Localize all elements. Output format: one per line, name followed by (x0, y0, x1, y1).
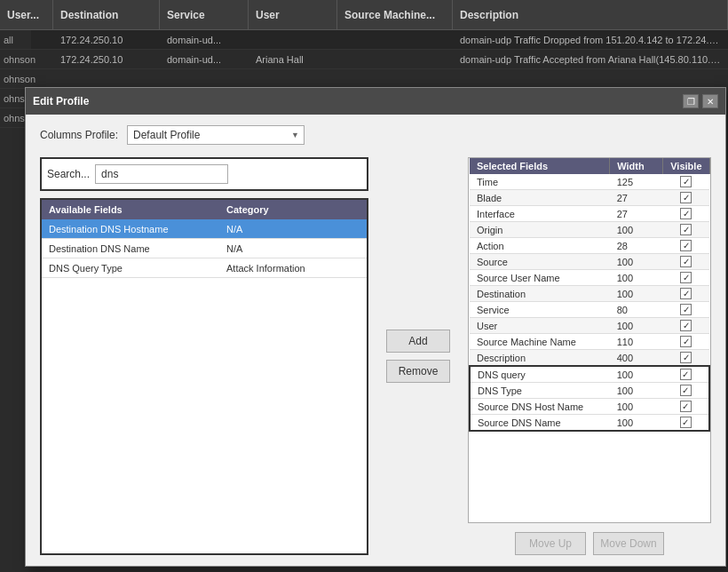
sidebar-label: ohnson (0, 50, 31, 69)
profile-label: Columns Profile: (40, 129, 118, 141)
sf-field-width: 400 (610, 350, 663, 367)
sf-table-row[interactable]: Destination100 (470, 286, 709, 302)
sf-table-row[interactable]: User100 (470, 318, 709, 334)
sf-field-name: Destination (470, 286, 610, 302)
sf-table-row[interactable]: Action28 (470, 238, 709, 254)
sf-field-name: User (470, 318, 610, 334)
sf-field-visible (663, 238, 709, 254)
sf-field-width: 100 (610, 318, 663, 334)
sf-field-visible (663, 222, 709, 238)
sf-field-visible (663, 174, 709, 190)
middle-buttons: Add Remove (383, 157, 454, 555)
visibility-checkbox[interactable] (680, 336, 692, 347)
sf-field-name: Source DNS Host Name (470, 399, 610, 415)
sf-field-visible (663, 190, 709, 206)
sf-field-width: 100 (610, 383, 663, 399)
sf-table-row[interactable]: Source DNS Host Name100 (470, 399, 709, 415)
profile-row: Columns Profile: Default Profile (40, 125, 711, 145)
sf-field-width: 100 (610, 270, 663, 286)
sf-table-row[interactable]: DNS Type100 (470, 383, 709, 399)
sf-table-row[interactable]: Description400 (470, 350, 709, 367)
background-table: User... Destination Service User Source … (0, 0, 728, 69)
sf-field-width: 100 (610, 222, 663, 238)
sf-field-name: DNS Type (470, 383, 610, 399)
sf-table-row[interactable]: Origin100 (470, 222, 709, 238)
sf-field-width: 100 (610, 286, 663, 302)
col-header-destination: Destination (53, 0, 160, 29)
sf-table-row[interactable]: Source100 (470, 254, 709, 270)
sf-field-name: Source DNS Name (470, 415, 610, 432)
sf-field-name: Service (470, 302, 610, 318)
sf-field-name: Source (470, 254, 610, 270)
left-panel: Search... Available Fields Category Dest… (40, 157, 368, 555)
search-box-wrapper: Search... (40, 157, 368, 191)
sf-field-visible (663, 206, 709, 222)
visibility-checkbox[interactable] (680, 208, 692, 219)
sf-table-row[interactable]: Interface27 (470, 206, 709, 222)
visibility-checkbox[interactable] (680, 385, 692, 396)
edit-profile-dialog: Edit Profile ❐ ✕ Columns Profile: Defaul… (25, 87, 726, 567)
sf-col-width-header: Width (610, 158, 663, 174)
af-row[interactable]: DNS Query Type Attack Information (42, 258, 367, 278)
af-row[interactable]: Destination DNS Name N/A (42, 239, 367, 258)
visibility-checkbox[interactable] (680, 369, 692, 380)
af-row[interactable]: Destination DNS Hostname N/A (42, 219, 367, 239)
profile-select[interactable]: Default Profile (127, 125, 305, 145)
sf-field-width: 28 (610, 238, 663, 254)
sf-field-width: 110 (610, 334, 663, 350)
close-button[interactable]: ✕ (702, 94, 718, 108)
af-field-name: Destination DNS Name (42, 243, 219, 254)
col-header-source: Source Machine... (337, 0, 453, 29)
sf-field-visible (663, 415, 709, 432)
sf-table-row[interactable]: Blade27 (470, 190, 709, 206)
sidebar-label: ohnson (0, 69, 31, 89)
visibility-checkbox[interactable] (680, 401, 692, 412)
sf-field-name: Source User Name (470, 270, 610, 286)
remove-button[interactable]: Remove (386, 360, 450, 383)
af-field-category: Attack Information (219, 263, 367, 274)
visibility-checkbox[interactable] (680, 320, 692, 331)
visibility-checkbox[interactable] (680, 240, 692, 251)
search-input[interactable] (95, 164, 228, 184)
table-row: 172.24.250.10 domain-ud... domain-udp Tr… (0, 30, 728, 50)
dialog-title: Edit Profile (33, 95, 89, 107)
visibility-checkbox[interactable] (680, 224, 692, 235)
profile-select-wrapper[interactable]: Default Profile (127, 125, 305, 145)
sf-field-visible (663, 286, 709, 302)
available-fields-table: Available Fields Category Destination DN… (40, 198, 368, 555)
sf-table-row[interactable]: Time125 (470, 174, 709, 190)
cell-service: domain-ud... (160, 54, 249, 65)
bottom-buttons: Move Up Move Down (468, 532, 711, 555)
sf-table-row[interactable]: Service80 (470, 302, 709, 318)
sf-field-width: 100 (610, 254, 663, 270)
add-button[interactable]: Add (386, 330, 450, 353)
sf-field-visible (663, 366, 709, 383)
visibility-checkbox[interactable] (680, 417, 692, 428)
selected-fields-table-wrapper[interactable]: Selected Fields Width Visible Time125Bla… (468, 157, 711, 523)
af-field-category: N/A (219, 224, 367, 234)
af-field-name: Destination DNS Hostname (42, 224, 219, 234)
restore-button[interactable]: ❐ (683, 94, 699, 108)
sf-table-row[interactable]: Source Machine Name110 (470, 334, 709, 350)
sf-table-row[interactable]: Source User Name100 (470, 270, 709, 286)
visibility-checkbox[interactable] (680, 288, 692, 299)
visibility-checkbox[interactable] (680, 192, 692, 203)
sf-field-name: Source Machine Name (470, 334, 610, 350)
sf-table-row[interactable]: DNS query100 (470, 366, 709, 383)
col-header-description: Description (453, 0, 728, 29)
sf-field-visible (663, 334, 709, 350)
sf-field-width: 125 (610, 174, 663, 190)
visibility-checkbox[interactable] (680, 304, 692, 315)
sf-field-name: Action (470, 238, 610, 254)
move-down-button[interactable]: Move Down (593, 532, 664, 555)
visibility-checkbox[interactable] (680, 352, 692, 363)
sf-col-visible-header: Visible (663, 158, 709, 174)
right-panel: Selected Fields Width Visible Time125Bla… (468, 157, 711, 555)
sf-field-width: 100 (610, 366, 663, 383)
visibility-checkbox[interactable] (680, 256, 692, 267)
move-up-button[interactable]: Move Up (515, 532, 586, 555)
search-label: Search... (47, 168, 90, 180)
sf-table-row[interactable]: Source DNS Name100 (470, 415, 709, 432)
visibility-checkbox[interactable] (680, 272, 692, 283)
visibility-checkbox[interactable] (680, 176, 692, 187)
